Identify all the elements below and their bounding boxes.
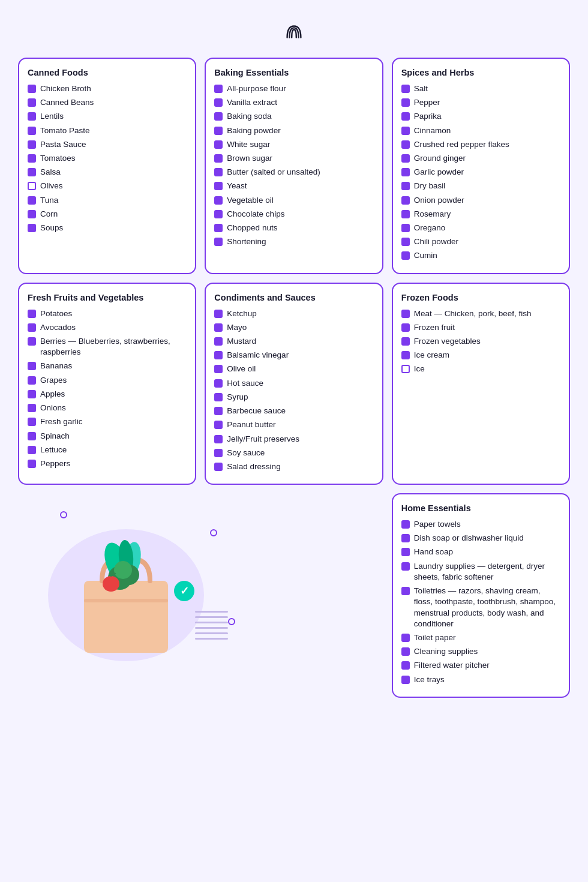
list-item[interactable]: Butter (salted or unsalted) [214,167,373,178]
list-item[interactable]: Soups [28,223,187,233]
checkbox-icon[interactable] [401,182,410,190]
checkbox-icon[interactable] [28,432,36,440]
checkbox-icon[interactable] [214,449,223,457]
list-item[interactable]: Dish soap or dishwasher liquid [401,533,560,544]
list-item[interactable]: Ice [401,364,560,374]
list-item[interactable]: Vegetable oil [214,195,373,206]
checkbox-icon[interactable] [214,224,223,232]
checkbox-icon[interactable] [214,85,223,93]
checkbox-icon[interactable] [214,127,223,135]
list-item[interactable]: Onions [28,403,187,413]
list-item[interactable]: Ice trays [401,674,560,685]
checkbox-icon[interactable] [401,562,410,571]
list-item[interactable]: Dry basil [401,181,560,191]
list-item[interactable]: Fresh garlic [28,416,187,427]
list-item[interactable]: Lentils [28,111,187,122]
list-item[interactable]: Meat — Chicken, pork, beef, fish [401,308,560,319]
list-item[interactable]: Baking powder [214,125,373,136]
list-item[interactable]: Lettuce [28,445,187,455]
list-item[interactable]: Onion powder [401,195,560,206]
checkbox-icon[interactable] [401,337,410,346]
checkbox-icon[interactable] [401,548,410,556]
checkbox-icon[interactable] [28,337,36,346]
checkbox-icon[interactable] [401,647,410,656]
list-item[interactable]: Bananas [28,361,187,371]
checkbox-icon[interactable] [214,168,223,176]
checkbox-icon[interactable] [214,310,223,318]
list-item[interactable]: Pasta Sauce [28,139,187,150]
checkbox-icon[interactable] [214,154,223,163]
checkbox-icon[interactable] [214,140,223,149]
list-item[interactable]: Pepper [401,97,560,108]
checkbox-icon[interactable] [28,154,36,163]
checkbox-icon[interactable] [28,390,36,398]
list-item[interactable]: Mayo [214,322,373,333]
checkbox-icon[interactable] [214,421,223,429]
list-item[interactable]: Chocolate chips [214,209,373,220]
checkbox-icon[interactable] [28,310,36,318]
list-item[interactable]: Garlic powder [401,167,560,178]
list-item[interactable]: Tuna [28,195,187,206]
checkbox-icon[interactable] [28,418,36,426]
checkbox-icon[interactable] [401,210,410,218]
checkbox-icon[interactable] [214,393,223,401]
list-item[interactable]: Soy sauce [214,448,373,458]
list-item[interactable]: Chopped nuts [214,223,373,233]
checkbox-icon[interactable] [401,520,410,529]
list-item[interactable]: Peppers [28,458,187,469]
list-item[interactable]: Mustard [214,336,373,347]
list-item[interactable]: Frozen fruit [401,322,560,333]
list-item[interactable]: Salsa [28,167,187,178]
checkbox-icon[interactable] [28,224,36,232]
checkbox-icon[interactable] [28,140,36,149]
list-item[interactable]: Paper towels [401,519,560,530]
checkbox-icon[interactable] [214,210,223,218]
list-item[interactable]: Peanut butter [214,419,373,430]
list-item[interactable]: Yeast [214,181,373,191]
checkbox-icon[interactable] [401,323,410,332]
list-item[interactable]: Rosemary [401,209,560,220]
list-item[interactable]: Olive oil [214,364,373,374]
list-item[interactable]: Avocados [28,322,187,333]
checkbox-icon[interactable] [401,140,410,149]
checkbox-icon[interactable] [401,365,410,373]
checkbox-icon[interactable] [214,196,223,205]
checkbox-icon[interactable] [401,251,410,260]
checkbox-icon[interactable] [401,154,410,163]
checkbox-icon[interactable] [401,85,410,93]
list-item[interactable]: Frozen vegetables [401,336,560,347]
list-item[interactable]: Berries — Blueberries, strawberries, ras… [28,336,187,358]
checkbox-icon[interactable] [28,376,36,385]
checkbox-icon[interactable] [214,365,223,373]
checkbox-icon[interactable] [214,323,223,332]
list-item[interactable]: Filtered water pitcher [401,660,560,671]
list-item[interactable]: Toilet paper [401,632,560,643]
checkbox-icon[interactable] [401,112,410,121]
list-item[interactable]: Syrup [214,392,373,403]
checkbox-icon[interactable] [214,351,223,359]
checkbox-icon[interactable] [28,112,36,121]
checkbox-icon[interactable] [401,127,410,135]
list-item[interactable]: Apples [28,389,187,400]
checkbox-icon[interactable] [28,196,36,205]
list-item[interactable]: Vanilla extract [214,97,373,108]
checkbox-icon[interactable] [401,351,410,359]
checkbox-icon[interactable] [401,168,410,176]
checkbox-icon[interactable] [214,435,223,443]
list-item[interactable]: Ketchup [214,308,373,319]
checkbox-icon[interactable] [28,404,36,412]
list-item[interactable]: Tomatoes [28,153,187,164]
checkbox-icon[interactable] [214,98,223,107]
checkbox-icon[interactable] [28,182,36,190]
checkbox-icon[interactable] [214,112,223,121]
list-item[interactable]: Cinnamon [401,125,560,136]
list-item[interactable]: Toiletries — razors, shaving cream, flos… [401,586,560,629]
checkbox-icon[interactable] [401,98,410,107]
list-item[interactable]: Cleaning supplies [401,646,560,657]
checkbox-icon[interactable] [214,407,223,415]
list-item[interactable]: Salad dressing [214,461,373,472]
checkbox-icon[interactable] [214,337,223,346]
list-item[interactable]: Hot sauce [214,378,373,389]
list-item[interactable]: Grapes [28,375,187,386]
list-item[interactable]: Chicken Broth [28,83,187,94]
